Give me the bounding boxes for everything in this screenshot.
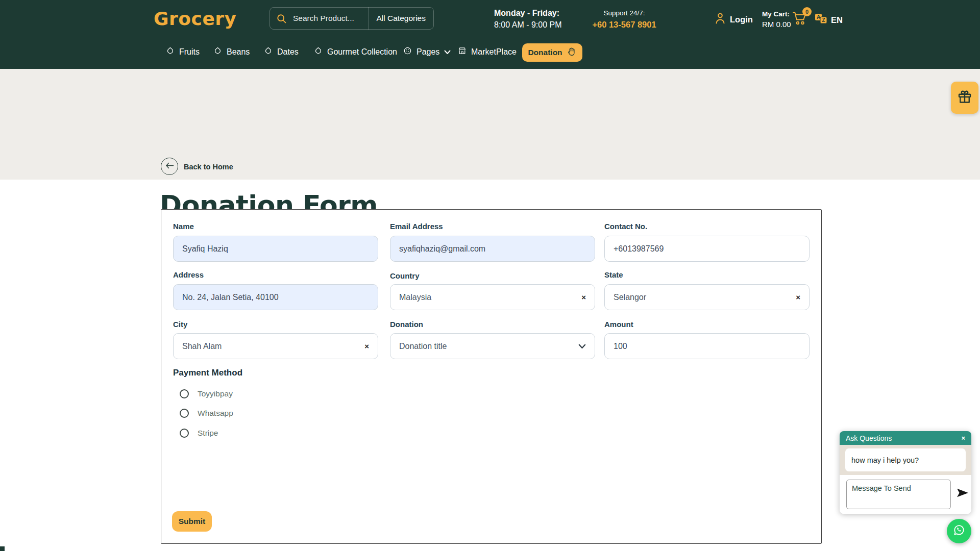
city-label: City xyxy=(173,320,187,329)
search-icon xyxy=(270,13,289,24)
nav-label: Pages xyxy=(416,47,439,57)
send-icon xyxy=(956,492,969,499)
header: Grocery All Categories Monday - Friday: … xyxy=(0,0,980,69)
name-input[interactable] xyxy=(173,236,378,262)
chevron-down-icon xyxy=(444,47,451,57)
nav-label: Beans xyxy=(227,47,250,57)
support-block: Support 24/7: +60 13-567 8901 xyxy=(591,9,657,30)
state-select[interactable]: Selangor × xyxy=(604,284,810,310)
nav-item-marketplace[interactable]: MarketPlace xyxy=(458,46,517,57)
chat-bot-message: how may i help you? xyxy=(845,448,966,471)
user-icon xyxy=(715,12,726,27)
donation-nav-button[interactable]: Donation xyxy=(522,43,582,62)
cart-summary[interactable]: My Cart: RM 0.00 xyxy=(762,10,791,29)
clear-state-icon[interactable]: × xyxy=(796,293,800,301)
cart-count-badge: 0 xyxy=(802,7,812,16)
fruit-icon xyxy=(166,46,175,57)
opening-hours: Monday - Friday: 8:00 AM - 9:00 PM xyxy=(494,9,562,30)
payment-option-whatsapp[interactable]: Whatsapp xyxy=(180,409,233,418)
name-label: Name xyxy=(173,222,194,231)
chat-footer xyxy=(840,475,971,514)
nav-item-dates[interactable]: Dates xyxy=(264,46,299,57)
store-icon xyxy=(458,46,467,57)
opening-hours-time: 8:00 AM - 9:00 PM xyxy=(494,20,562,30)
chat-title: Ask Questions xyxy=(846,434,892,442)
gift-floating-button[interactable] xyxy=(951,82,978,114)
cookie-icon xyxy=(403,46,412,57)
arrow-left-icon xyxy=(165,162,174,171)
amount-input[interactable] xyxy=(604,333,810,359)
nav-label: Gourmet Collection xyxy=(327,47,397,57)
radio-label: Whatsapp xyxy=(198,409,233,418)
support-phone[interactable]: +60 13-567 8901 xyxy=(591,20,657,30)
search-bar: All Categories xyxy=(270,7,434,30)
whatsapp-floating-button[interactable] xyxy=(947,519,971,543)
radio-label: Stripe xyxy=(198,429,218,438)
back-to-home-link[interactable]: Back to Home xyxy=(184,163,233,171)
address-input[interactable] xyxy=(173,284,378,310)
close-icon[interactable]: × xyxy=(961,434,965,442)
email-input[interactable] xyxy=(390,236,595,262)
login-button[interactable]: Login xyxy=(715,12,753,27)
opening-hours-days: Monday - Friday: xyxy=(494,9,562,18)
donation-value: Donation title xyxy=(399,342,447,351)
site-logo[interactable]: Grocery xyxy=(154,8,237,29)
support-label: Support 24/7: xyxy=(591,9,657,17)
submit-button[interactable]: Submit xyxy=(172,511,212,532)
state-label: State xyxy=(604,270,623,279)
donation-select[interactable]: Donation title xyxy=(390,333,595,359)
chat-message-input[interactable] xyxy=(846,480,951,509)
nav-item-pages[interactable]: Pages xyxy=(403,46,451,57)
clear-country-icon[interactable]: × xyxy=(581,293,586,301)
city-value: Shah Alam xyxy=(182,342,222,351)
fruit-icon xyxy=(314,46,323,57)
nav-item-beans[interactable]: Beans xyxy=(213,46,250,57)
contact-input[interactable] xyxy=(604,236,810,262)
page-hero: Back to Home Donation Form xyxy=(0,69,980,180)
chat-body: how may i help you? xyxy=(840,445,971,475)
radio-whatsapp[interactable] xyxy=(180,409,189,418)
back-arrow-button[interactable] xyxy=(161,158,178,175)
country-value: Malaysia xyxy=(399,293,431,302)
chat-header[interactable]: Ask Questions × xyxy=(840,431,971,445)
nav-label: MarketPlace xyxy=(471,47,517,57)
whatsapp-icon xyxy=(951,522,967,540)
country-select[interactable]: Malaysia × xyxy=(390,284,595,310)
fruit-icon xyxy=(264,46,273,57)
payment-method-heading: Payment Method xyxy=(173,368,242,378)
chat-widget: Ask Questions × how may i help you? xyxy=(840,431,971,514)
donation-form-card: Name Email Address Contact No. Address C… xyxy=(161,209,822,544)
login-label: Login xyxy=(730,15,753,24)
email-label: Email Address xyxy=(390,222,443,231)
donation-label: Donation xyxy=(390,320,423,329)
city-select[interactable]: Shah Alam × xyxy=(173,333,378,359)
footer-edge xyxy=(0,546,5,551)
radio-label: Toyyibpay xyxy=(198,389,233,398)
chevron-down-icon xyxy=(578,342,586,351)
payment-option-stripe[interactable]: Stripe xyxy=(180,429,218,438)
search-input[interactable] xyxy=(289,14,369,23)
clear-city-icon[interactable]: × xyxy=(364,342,369,350)
fruit-icon xyxy=(213,46,222,57)
gift-icon xyxy=(957,89,972,107)
address-label: Address xyxy=(173,270,204,279)
nav-item-gourmet-collection[interactable]: Gourmet Collection xyxy=(314,46,397,57)
cart-amount: RM 0.00 xyxy=(762,20,791,29)
all-categories-dropdown[interactable]: All Categories xyxy=(369,8,434,29)
amount-label: Amount xyxy=(604,320,633,329)
svg-text:A: A xyxy=(817,14,820,20)
nav-item-fruits[interactable]: Fruits xyxy=(166,46,200,57)
radio-stripe[interactable] xyxy=(180,429,189,438)
payment-option-toyyibpay[interactable]: Toyyibpay xyxy=(180,389,233,398)
donation-button-label: Donation xyxy=(528,48,562,57)
radio-toyyibpay[interactable] xyxy=(180,389,189,398)
language-switcher[interactable]: A Z EN xyxy=(815,13,843,27)
send-button[interactable] xyxy=(956,488,969,499)
state-value: Selangor xyxy=(614,293,646,302)
country-label: Country xyxy=(390,271,420,280)
contact-label: Contact No. xyxy=(604,222,647,231)
nav-label: Dates xyxy=(277,47,299,57)
translate-icon: A Z xyxy=(815,13,828,27)
nav-label: Fruits xyxy=(179,47,200,57)
language-label: EN xyxy=(831,15,843,25)
